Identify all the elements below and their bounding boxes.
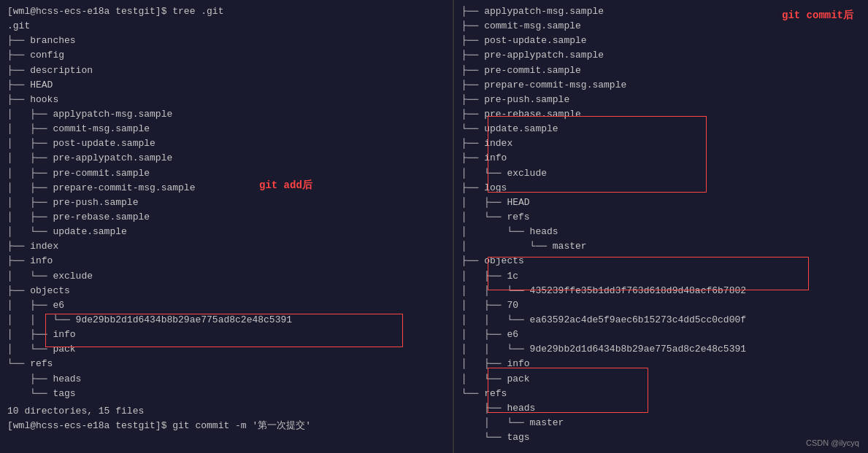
left-tree: .git ├── branches ├── config ├── descrip… <box>7 19 445 401</box>
left-prompt: [wml@hcss-ecs-e18a testgit]$ tree .git <box>7 4 445 19</box>
watermark: CSDN @ilycyq <box>806 438 859 447</box>
left-panel: [wml@hcss-ecs-e18a testgit]$ tree .git .… <box>0 0 453 453</box>
right-panel: ├── applypatch-msg.sample ├── commit-msg… <box>454 0 868 453</box>
right-tree-mid: ├── index ├── info │ └── exclude ├── log… <box>461 136 861 445</box>
right-tree-top: ├── applypatch-msg.sample ├── commit-msg… <box>461 4 861 136</box>
left-label: git add后 <box>259 179 312 192</box>
right-label: git commit后 <box>782 9 853 22</box>
left-footer: 10 directories, 15 files <box>7 404 445 419</box>
left-next-prompt: [wml@hcss-ecs-e18a testgit]$ git commit … <box>7 419 445 433</box>
